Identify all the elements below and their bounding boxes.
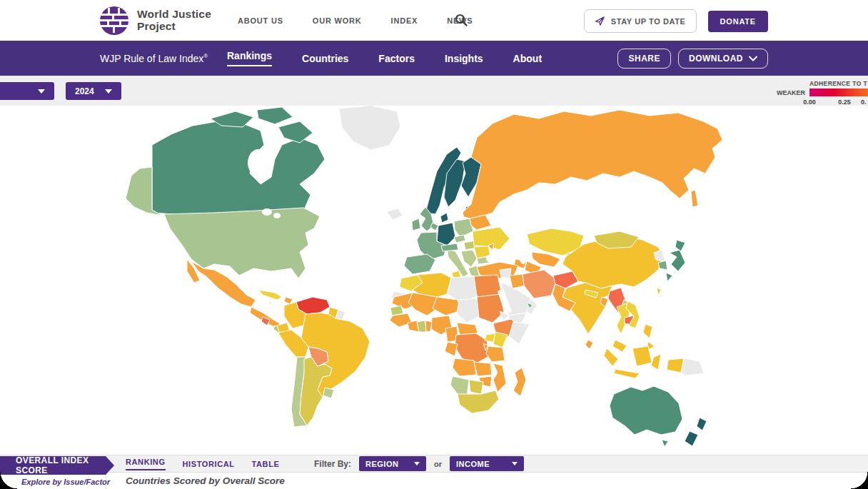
- world-choropleth-map[interactable]: [0, 106, 868, 450]
- registered-mark: ®: [203, 53, 208, 59]
- logo-line1: World Justice: [137, 9, 211, 21]
- map-country-namibia[interactable]: [450, 376, 469, 396]
- logo-text: World Justice Project: [137, 9, 211, 32]
- overall-index-score-banner[interactable]: OVERALL INDEX SCORE: [0, 456, 114, 475]
- map-country-angola[interactable]: [453, 358, 476, 376]
- map-country-greenland[interactable]: [339, 106, 400, 150]
- nav-about-us[interactable]: ABOUT US: [238, 16, 283, 25]
- nav-index[interactable]: INDEX: [391, 16, 418, 25]
- great-lakes: [262, 208, 272, 216]
- map-country-denmark[interactable]: [440, 213, 448, 223]
- wjp-logo[interactable]: World Justice Project: [99, 5, 211, 36]
- map-country-somalia[interactable]: [509, 322, 530, 344]
- map-region-sulawesi[interactable]: [651, 354, 661, 370]
- download-button[interactable]: DOWNLOAD: [678, 49, 768, 69]
- region-dropdown[interactable]: REGION: [359, 456, 426, 471]
- map-country-iran[interactable]: [523, 270, 557, 298]
- legend-weaker-label: WEAKER: [777, 89, 805, 96]
- subnav-items: Rankings Countries Factors Insights Abou…: [227, 50, 542, 66]
- bottom-toolbar: OVERALL INDEX SCORE Explore by Issue/Fac…: [0, 450, 868, 489]
- subnav-factors[interactable]: Factors: [378, 53, 415, 64]
- top-nav: ABOUT US OUR WORK INDEX NEWS: [238, 0, 473, 41]
- subnav-rankings[interactable]: Rankings: [227, 50, 272, 66]
- logo-line2: Project: [137, 21, 211, 33]
- or-label: or: [434, 460, 442, 468]
- map-country-new-zealand[interactable]: [685, 431, 698, 446]
- map-region-balkans[interactable]: [461, 250, 477, 267]
- map-legend: ADHERENCE TO T WEAKER 0.00 0.25 0.: [777, 80, 868, 106]
- map-country-jamaica[interactable]: [268, 301, 273, 305]
- map-controls-row: 2024 ADHERENCE TO T WEAKER 0.00 0.25 0.: [0, 76, 868, 106]
- map-region-gabon-congo[interactable]: [445, 342, 458, 356]
- map-country-australia[interactable]: [610, 386, 682, 435]
- map-country-iceland[interactable]: [387, 208, 403, 220]
- income-dropdown[interactable]: INCOME: [450, 456, 524, 471]
- map-country-japan[interactable]: [670, 250, 685, 271]
- hudson-bay: [248, 149, 269, 176]
- map-country-russia[interactable]: [463, 110, 722, 218]
- map-country-papua-new-guinea[interactable]: [681, 358, 704, 375]
- explore-by-issue-factor-link[interactable]: Explore by Issue/Factor: [21, 478, 110, 486]
- subnav-insights[interactable]: Insights: [445, 53, 483, 64]
- map-country-sri-lanka[interactable]: [585, 340, 593, 349]
- map-country-cuba[interactable]: [258, 290, 282, 300]
- search-icon[interactable]: [455, 14, 468, 26]
- year-dropdown[interactable]: 2024: [66, 82, 121, 100]
- map-country-botswana[interactable]: [469, 380, 483, 394]
- map-region-sumatra[interactable]: [604, 348, 618, 366]
- map-country-south-africa[interactable]: [458, 390, 499, 413]
- filter-by-label: Filter By:: [314, 459, 351, 469]
- view-tabs: RANKING HISTORICAL TABLE: [126, 455, 279, 473]
- legend-tick: 0.: [861, 99, 867, 106]
- map-country-south-korea[interactable]: [658, 261, 667, 270]
- map-country-mozambique[interactable]: [493, 363, 506, 392]
- map-country-canada-arctic-island[interactable]: [257, 107, 293, 124]
- map-country-malaysia[interactable]: [612, 340, 627, 352]
- subnav-actions: SHARE DOWNLOAD: [617, 49, 768, 69]
- legend-tick: 0.25: [836, 99, 853, 106]
- stay-up-to-date-button[interactable]: STAY UP TO DATE: [584, 9, 697, 33]
- stay-up-to-date-label: STAY UP TO DATE: [611, 17, 686, 26]
- subnav-countries[interactable]: Countries: [302, 53, 348, 64]
- map-country-netherlands[interactable]: [430, 223, 438, 231]
- world-map-area: [0, 106, 868, 450]
- nav-our-work[interactable]: OUR WORK: [313, 16, 362, 25]
- map-country-ireland[interactable]: [412, 218, 420, 231]
- map-region-iberia[interactable]: [404, 254, 435, 274]
- wjp-rule-of-law-index-page: World Justice Project ABOUT US OUR WORK …: [0, 0, 868, 489]
- map-country-japan[interactable]: [675, 240, 685, 251]
- map-country-japan[interactable]: [666, 273, 672, 281]
- donate-button[interactable]: DONATE: [708, 11, 768, 32]
- section-title: Countries Scored by Overall Score: [126, 475, 285, 486]
- map-country-uruguay[interactable]: [323, 388, 334, 398]
- tab-table[interactable]: TABLE: [252, 460, 280, 468]
- year-value: 2024: [75, 86, 94, 96]
- map-region-sakhalin[interactable]: [691, 190, 698, 207]
- subnav-about[interactable]: About: [513, 53, 542, 64]
- map-country-madagascar[interactable]: [513, 368, 526, 396]
- map-country-kenya[interactable]: [493, 332, 508, 348]
- income-dropdown-label: INCOME: [456, 460, 490, 468]
- map-region-borneo[interactable]: [632, 346, 652, 366]
- edition-dropdown[interactable]: [0, 82, 54, 100]
- map-region-tasmania[interactable]: [662, 440, 668, 447]
- index-brand[interactable]: WJP Rule of Law Index®: [100, 53, 208, 64]
- map-country-czechia[interactable]: [454, 235, 465, 243]
- map-country-syria[interactable]: [500, 268, 511, 278]
- map-country-new-zealand[interactable]: [697, 418, 707, 430]
- map-country-canada-baffin-island[interactable]: [278, 121, 313, 143]
- tab-historical[interactable]: HISTORICAL: [183, 460, 235, 468]
- map-country-philippines[interactable]: [643, 324, 652, 338]
- legend-gradient-bar: [809, 89, 868, 96]
- map-country-central-african-republic[interactable]: [457, 323, 478, 335]
- share-button[interactable]: SHARE: [617, 49, 671, 69]
- map-country-tanzania[interactable]: [486, 346, 505, 362]
- map-region-java[interactable]: [614, 369, 640, 378]
- tab-ranking[interactable]: RANKING: [126, 458, 166, 470]
- map-country-zambia[interactable]: [474, 362, 492, 376]
- map-country-chad[interactable]: [457, 298, 480, 323]
- map-region-taiwan[interactable]: [657, 288, 661, 295]
- map-country-sudan[interactable]: [477, 294, 504, 323]
- legend-title: ADHERENCE TO T: [809, 80, 867, 87]
- dropdown-arrow-icon: [414, 462, 420, 465]
